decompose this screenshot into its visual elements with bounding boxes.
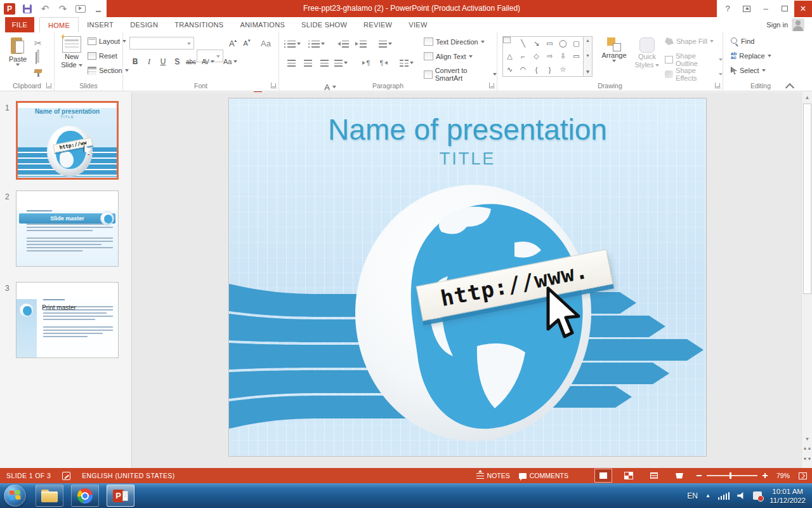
network-icon[interactable] [718, 492, 730, 500]
numbering-button[interactable] [308, 37, 325, 50]
tab-home[interactable]: HOME [39, 17, 79, 32]
rect-shape-icon[interactable]: ▭ [570, 50, 583, 64]
convert-smartart-button[interactable]: Convert to SmartArt [424, 67, 497, 82]
slide-title[interactable]: Name of presentation [229, 112, 706, 147]
tab-view[interactable]: VIEW [400, 17, 435, 32]
triangle-shape-icon[interactable]: △ [503, 50, 516, 64]
columns-button[interactable] [400, 57, 414, 69]
decrease-indent-button[interactable] [336, 37, 350, 50]
ltr-direction-button[interactable]: ¶ [359, 57, 373, 69]
right-arrow-shape-icon[interactable]: ⇨ [543, 50, 556, 64]
slide-thumbnail-1[interactable]: Name of presentation TITLE http://ww [16, 101, 119, 180]
gallery-down-icon[interactable]: ▼ [586, 53, 590, 58]
customize-qat-button[interactable] [93, 3, 104, 15]
scroll-up-button[interactable]: ▲ [802, 92, 812, 102]
slide-sorter-view-button[interactable] [620, 469, 637, 482]
elbow-connector-icon[interactable]: ⌐ [516, 50, 530, 64]
underline-button[interactable]: U [157, 55, 169, 68]
shrink-font-button[interactable]: A▾ [241, 37, 252, 50]
slide-editor-canvas[interactable]: Name of presentation TITLE [133, 92, 792, 468]
reading-view-button[interactable] [646, 469, 662, 482]
scribble-shape-icon[interactable]: ∿ [503, 63, 516, 76]
zoom-slider[interactable] [707, 475, 757, 476]
star-shape-icon[interactable]: ☆ [556, 63, 570, 76]
slide-thumbnail-2[interactable]: Slide master [16, 190, 119, 267]
ribbon-display-options-button[interactable] [737, 0, 756, 17]
sign-in-button[interactable]: Sign in [766, 17, 804, 32]
paste-button[interactable]: Paste [5, 36, 30, 66]
bullets-button[interactable] [284, 37, 301, 50]
normal-view-button[interactable] [595, 469, 612, 482]
zoom-out-button[interactable] [697, 475, 702, 476]
shape-outline-button[interactable]: Shape Outline [665, 52, 723, 67]
rtl-direction-button[interactable]: ¶ [377, 57, 391, 69]
restore-button[interactable] [775, 0, 794, 17]
slide-subtitle[interactable]: TITLE [229, 149, 706, 169]
section-button[interactable]: Section [88, 67, 129, 74]
copy-button[interactable] [34, 53, 37, 64]
grow-font-button[interactable]: A▴ [227, 37, 239, 50]
tab-design[interactable]: DESIGN [122, 17, 166, 32]
increase-indent-button[interactable] [354, 37, 368, 50]
align-right-button[interactable] [317, 57, 331, 69]
font-dialog-launcher[interactable] [271, 83, 277, 88]
character-spacing-button[interactable]: AV [202, 55, 214, 68]
taskbar-clock[interactable]: 10:01 AM 11/12/2022 [769, 487, 806, 505]
right-brace-shape-icon[interactable]: } [543, 63, 556, 76]
chrome-taskbar-button[interactable] [71, 485, 99, 507]
font-name-select[interactable] [129, 37, 194, 50]
gallery-up-icon[interactable]: ▲ [586, 38, 590, 43]
gallery-more-icon[interactable]: ▾ [586, 68, 589, 75]
zoom-slider-thumb[interactable] [730, 472, 731, 479]
select-button[interactable]: Select [731, 67, 766, 74]
justify-button[interactable] [334, 57, 348, 69]
zoom-in-button[interactable] [763, 473, 768, 478]
replace-button[interactable]: abacReplace [731, 52, 771, 60]
find-button[interactable]: Find [731, 37, 754, 45]
left-brace-shape-icon[interactable]: { [530, 63, 543, 76]
next-slide-button[interactable]: ▼▼ [802, 457, 812, 467]
redo-button[interactable]: ↷ [57, 3, 69, 15]
paragraph-dialog-launcher[interactable] [489, 83, 495, 88]
tab-animations[interactable]: ANIMATIONS [232, 17, 293, 32]
align-center-button[interactable] [301, 57, 315, 69]
vertical-scrollbar[interactable]: ▲ ▼ ▲▲ ▼▼ [801, 92, 812, 468]
align-text-button[interactable]: Align Text [424, 52, 473, 60]
arrow-shape-icon[interactable]: ↘ [530, 37, 543, 50]
clipboard-dialog-launcher[interactable] [46, 83, 52, 88]
layout-button[interactable]: Layout [88, 37, 126, 45]
volume-icon[interactable] [737, 492, 745, 500]
strikethrough-button[interactable]: abc [185, 55, 197, 68]
shapes-gallery-scroll[interactable]: ▲ ▼ ▾ [584, 36, 593, 77]
text-box-shape-icon[interactable] [503, 37, 511, 43]
diamond-shape-icon[interactable]: ◇ [530, 50, 543, 64]
save-button[interactable] [22, 3, 33, 15]
new-slide-button[interactable]: New Slide [58, 36, 85, 69]
shape-fill-button[interactable]: Shape Fill [665, 37, 714, 45]
powerpoint-taskbar-button[interactable]: P [107, 485, 134, 507]
tab-review[interactable]: REVIEW [355, 17, 400, 32]
shape-effects-button[interactable]: Shape Effects [665, 67, 723, 82]
italic-button[interactable]: I [143, 55, 155, 68]
minimize-button[interactable]: – [756, 0, 775, 17]
arrange-button[interactable]: Arrange [598, 37, 631, 62]
collapse-ribbon-button[interactable] [787, 83, 793, 87]
drawing-dialog-launcher[interactable] [715, 83, 721, 88]
file-explorer-taskbar-button[interactable] [36, 485, 63, 507]
down-arrow-shape-icon[interactable]: ⇩ [556, 50, 570, 64]
slide-thumbnail-3[interactable]: Print master [16, 282, 119, 358]
undo-button[interactable]: ↶ [39, 3, 51, 15]
line-spacing-button[interactable] [378, 37, 392, 50]
language-indicator[interactable]: ENGLISH (UNITED STATES) [82, 472, 175, 479]
show-hidden-icons-button[interactable]: ▲ [705, 493, 710, 498]
bold-button[interactable]: B [129, 55, 141, 68]
close-button[interactable]: × [794, 1, 812, 17]
tab-slideshow[interactable]: SLIDE SHOW [293, 17, 355, 32]
shapes-gallery[interactable]: ╲ ↘ ▭ ◯ ▢ △ ⌐ ◇ ⇨ ⇩ ▭ ∿ ◠ { } ☆ [502, 36, 593, 77]
start-button[interactable] [4, 485, 26, 507]
arc-shape-icon[interactable]: ◠ [516, 63, 530, 76]
comments-button[interactable]: COMMENTS [519, 472, 568, 479]
zoom-level[interactable]: 79% [776, 472, 790, 479]
oval-shape-icon[interactable]: ◯ [556, 37, 570, 50]
change-case-button[interactable]: Aa [223, 55, 237, 68]
